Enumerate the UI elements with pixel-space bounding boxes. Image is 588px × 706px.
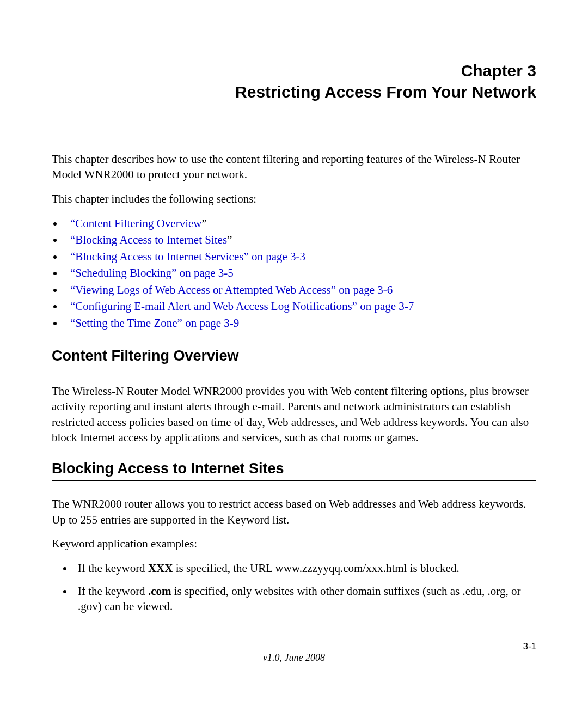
section2-body1: The WNR2000 router allows you to restric… (52, 496, 536, 527)
toc-link[interactable]: “Setting the Time Zone” on page 3-9 (70, 317, 239, 330)
toc-item: “Setting the Time Zone” on page 3-9 (64, 315, 536, 331)
page-footer: 3-1 v1.0, June 2008 (52, 636, 536, 668)
toc-link[interactable]: “Scheduling Blocking” on page 3-5 (70, 266, 234, 279)
list-item: If the keyword .com is specified, only w… (74, 583, 536, 614)
section1-body: The Wireless-N Router Model WNR2000 prov… (52, 384, 536, 445)
section-heading-blocking-sites: Blocking Access to Internet Sites (52, 460, 536, 481)
keyword-bold: .com (148, 585, 171, 598)
section-heading-content-filtering: Content Filtering Overview (52, 348, 536, 368)
toc-item: “Content Filtering Overview” (64, 215, 536, 232)
list-item: If the keyword XXX is specified, the URL… (74, 561, 536, 576)
chapter-number: Chapter 3 (52, 60, 536, 81)
intro-paragraph-2: This chapter includes the following sect… (52, 191, 536, 206)
toc-item: “Blocking Access to Internet Sites” (64, 232, 536, 248)
table-of-contents: “Content Filtering Overview” “Blocking A… (52, 215, 536, 331)
toc-item: “Viewing Logs of Web Access or Attempted… (64, 282, 536, 298)
keyword-bold: XXX (148, 562, 173, 575)
toc-link[interactable]: “Viewing Logs of Web Access or Attempted… (70, 283, 393, 296)
chapter-heading: Chapter 3 Restricting Access From Your N… (52, 60, 536, 102)
toc-link[interactable]: “Configuring E-mail Alert and Web Access… (70, 300, 414, 313)
document-version: v1.0, June 2008 (52, 636, 536, 664)
keyword-examples-list: If the keyword XXX is specified, the URL… (52, 561, 536, 614)
toc-item: “Configuring E-mail Alert and Web Access… (64, 298, 536, 314)
toc-link[interactable]: “Blocking Access to Internet Services” o… (70, 250, 305, 263)
document-page: Chapter 3 Restricting Access From Your N… (0, 0, 588, 696)
section2-body2: Keyword application examples: (52, 536, 536, 551)
toc-item: “Scheduling Blocking” on page 3-5 (64, 265, 536, 281)
toc-link[interactable]: “Content Filtering Overview (70, 217, 201, 230)
page-number: 3-1 (523, 641, 536, 652)
intro-paragraph-1: This chapter describes how to use the co… (52, 151, 536, 182)
footer-rule (52, 631, 536, 631)
chapter-title: Restricting Access From Your Network (52, 81, 536, 102)
toc-link[interactable]: “Blocking Access to Internet Sites (70, 233, 227, 246)
toc-item: “Blocking Access to Internet Services” o… (64, 248, 536, 265)
